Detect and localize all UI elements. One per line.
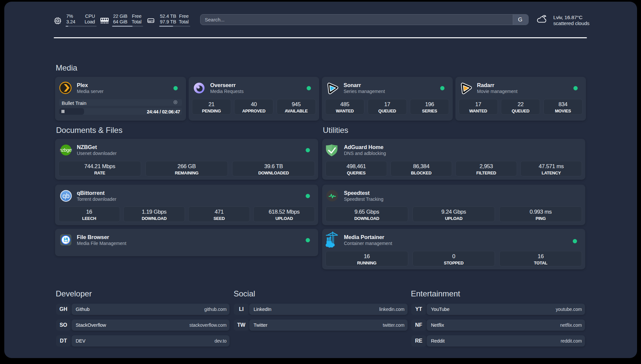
svg-text:qb: qb	[62, 192, 70, 199]
svg-text:nzbget: nzbget	[60, 147, 72, 153]
